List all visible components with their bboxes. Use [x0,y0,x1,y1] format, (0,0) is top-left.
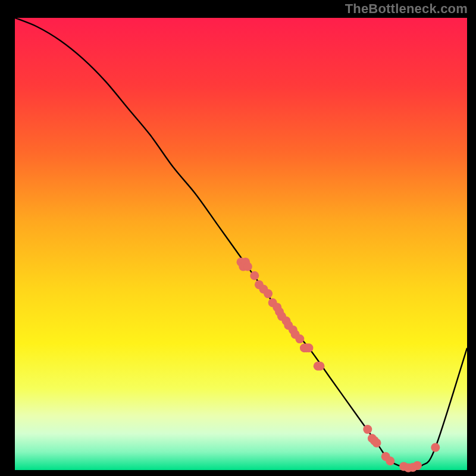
data-point [413,461,422,470]
data-point [316,362,325,371]
bottleneck-chart [0,0,476,476]
data-point [372,439,381,447]
data-point [295,334,304,343]
data-point [386,456,394,465]
data-point [264,289,273,298]
data-point [431,443,440,452]
chart-frame: TheBottleneck.com [0,0,476,476]
data-point [243,262,252,271]
plot-background [15,18,467,470]
data-point [363,425,372,434]
data-point [250,271,259,280]
data-point [305,343,314,352]
